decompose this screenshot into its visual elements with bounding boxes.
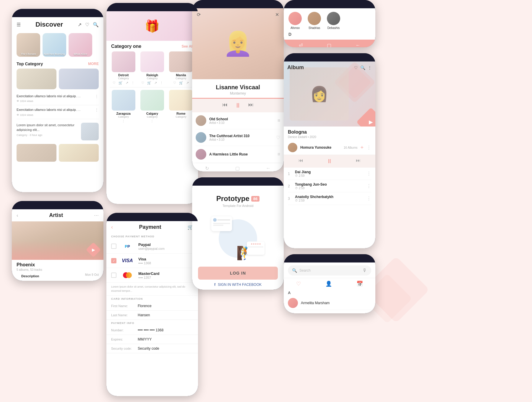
album-title: Album [287, 64, 304, 71]
bottom-img-2[interactable] [59, 144, 99, 162]
track-cutthroat[interactable]: The Cutthroat Artist 310 Artist • 3:10 ♡ [196, 129, 280, 146]
more-link[interactable]: MORE [88, 62, 99, 66]
last-name-value[interactable]: Hansen [138, 313, 150, 317]
add-icon-album[interactable]: + [360, 145, 364, 151]
mic-icon[interactable]: 🎙 [362, 268, 367, 273]
fastforward-btn[interactable]: ⏭ [248, 102, 254, 109]
rewind-album[interactable]: ⏮ [299, 158, 303, 165]
more-icon-2[interactable]: ⋮ [95, 108, 99, 112]
track-more-3[interactable]: ⋮ [366, 196, 371, 201]
back-icon-contacts[interactable]: ← [356, 43, 360, 47]
notch-discover [12, 9, 103, 17]
cat-item-detroit[interactable]: Detroit Category ♡ 🛒 ↗ ⋮ [110, 51, 137, 85]
square-icon[interactable]: ▢ [235, 166, 240, 171]
filter-icon-1[interactable]: ≡ [278, 118, 280, 123]
search-icon-album[interactable]: 🔍 [360, 65, 365, 70]
heart-icon-r[interactable]: ♡ [141, 81, 144, 85]
filter-icon-3[interactable]: ≡ [278, 152, 280, 157]
more-icon-r[interactable]: ⋮ [160, 81, 163, 85]
paypal-option[interactable]: PP Paypal user@paypal.com › [106, 239, 198, 254]
close-icon-music[interactable]: ✕ [275, 12, 279, 17]
share-icon-d[interactable]: ↗ [126, 81, 128, 85]
pause-album[interactable]: ⏸ [327, 158, 332, 165]
number-value[interactable]: •••• •••• •••• 1368 [138, 328, 163, 332]
facebook-signin[interactable]: f SIGN IN WITH FACEBOOK [198, 280, 278, 290]
search-icon[interactable]: 🔍 [93, 22, 99, 27]
cat-item-manila[interactable]: Manila Category ♡ 🛒 ↗ [168, 51, 194, 85]
fastforward-album[interactable]: ⏭ [356, 158, 361, 165]
menu-icon[interactable]: ☰ [17, 22, 21, 27]
security-value[interactable]: Security code [138, 346, 159, 351]
cat-item-zaragoza[interactable]: Zaragoza Category ⋮ [110, 90, 137, 123]
search-input[interactable]: Search [299, 268, 360, 273]
cat-item-raleigh[interactable]: Raleigh Category ♡ 🛒 ↗ ⋮ [139, 51, 166, 85]
list-item-2[interactable]: Exercitation ullamco laboris nisi ut ali… [17, 105, 99, 119]
repeat-icon[interactable]: ⟳ [197, 12, 201, 17]
list-item-1[interactable]: Exercitation ullamco laboris nisi ut ali… [17, 92, 99, 105]
mastercard-checkbox[interactable] [111, 273, 116, 278]
first-name-value[interactable]: Florence [138, 304, 152, 308]
rewind-btn[interactable]: ⏮ [222, 102, 228, 109]
cart-icon-m[interactable]: 🛒 [179, 81, 183, 85]
login-button[interactable]: LOG IN [198, 267, 278, 280]
mastercard-option[interactable]: MasterCard •••• 1357 › [106, 268, 198, 283]
cat-item-calgary[interactable]: Calgary Category ⋮ [139, 90, 166, 123]
expires-value[interactable]: MM/YYY [138, 337, 152, 341]
more-icon-artist-row[interactable]: ⋮ [366, 145, 371, 150]
heart-nav-icon[interactable]: ♡ [296, 281, 301, 287]
track-harmless[interactable]: A Harmless Little Ruse ≡ [196, 146, 280, 163]
search-bar[interactable]: 🔍 Search 🎙 [288, 265, 371, 275]
heart-icon-d[interactable]: ♡ [113, 81, 116, 85]
cart-icon-r[interactable]: 🛒 [147, 81, 151, 85]
paypal-checkbox[interactable] [111, 244, 116, 249]
notch-prototype [192, 177, 284, 186]
grid-card-1[interactable] [17, 69, 56, 89]
person-nav-icon[interactable]: 👤 [325, 281, 332, 287]
contact-shadrias[interactable]: Shadrias [308, 12, 321, 30]
album-track-2[interactable]: 2 Tongbang Jun-Seo ⏱ 2:59 ⋮ [288, 180, 371, 192]
visa-option[interactable]: ✓ VISA Visa •••• 1368 › [106, 254, 198, 268]
album-track-3[interactable]: 3 Anatoliy Shcherbatykh ⏱ 2:59 ⋮ [288, 192, 371, 205]
more-dots[interactable]: ⋯ [94, 213, 99, 218]
calendar-nav-icon[interactable]: 📅 [356, 281, 363, 287]
share-icon-r[interactable]: ↗ [154, 81, 157, 85]
more-icon-1[interactable]: ⋮ [95, 94, 99, 99]
share-icon-m[interactable]: ↗ [186, 81, 189, 85]
cart-icon-d[interactable]: 🛒 [119, 81, 123, 85]
paypal-name: Paypal [138, 242, 188, 247]
heart-icon[interactable]: ♡ [85, 22, 89, 27]
repeat-bottom-icon[interactable]: ↻ [205, 166, 209, 171]
play-diamond-album[interactable]: ▶ [356, 108, 375, 127]
back-icon[interactable]: ‹ [17, 213, 18, 218]
bottom-img-1[interactable] [17, 144, 56, 162]
cat-sub-detroit: Category [110, 77, 137, 80]
heart-icon-m[interactable]: ♡ [173, 81, 176, 85]
more-c[interactable]: ⋮ [150, 119, 154, 123]
contact-afonso[interactable]: Afonso [288, 12, 302, 30]
heart-icon-album[interactable]: ♡ [354, 65, 358, 70]
heart-icon-track2[interactable]: ♡ [276, 135, 280, 140]
share-icon[interactable]: ↗ [78, 22, 82, 27]
visa-checkbox[interactable]: ✓ [111, 258, 116, 263]
contact-row-armelita[interactable]: Armelita Marsham [284, 296, 375, 310]
back-icon-music[interactable]: ← [266, 166, 271, 171]
cat-item-rome[interactable]: Rome Category [168, 90, 194, 123]
carousel-item-2[interactable]: Natchez Burning [43, 33, 66, 57]
pause-btn[interactable]: ⏸ [235, 102, 241, 109]
see-all-link[interactable]: See All [181, 44, 193, 48]
more-icon-d[interactable]: ⋮ [131, 81, 134, 85]
track-more-2[interactable]: ⋮ [366, 183, 371, 189]
reply-icon[interactable]: ⏎ [299, 43, 303, 47]
more-z[interactable]: ⋮ [122, 119, 125, 123]
carousel-item-3[interactable]: What Alice [69, 33, 92, 57]
back-icon-payment[interactable]: ‹ [111, 224, 113, 230]
carousel-item-1[interactable]: The Chosen [17, 33, 40, 57]
contact-debashis[interactable]: Debashis [327, 12, 340, 30]
album-track-1[interactable]: 1 Dai Jiang ⏱ 2:59 ⋮ [288, 168, 371, 180]
more-icon-album[interactable]: ⋮ [368, 65, 372, 70]
track-more-1[interactable]: ⋮ [366, 171, 371, 176]
track-old-school[interactable]: Old School Artist • 3:10 ≡ [196, 112, 280, 129]
grid-card-2[interactable] [59, 69, 99, 89]
square-icon-contacts[interactable]: ▢ [327, 43, 331, 47]
mastercard-info: MasterCard •••• 1357 [138, 271, 188, 279]
